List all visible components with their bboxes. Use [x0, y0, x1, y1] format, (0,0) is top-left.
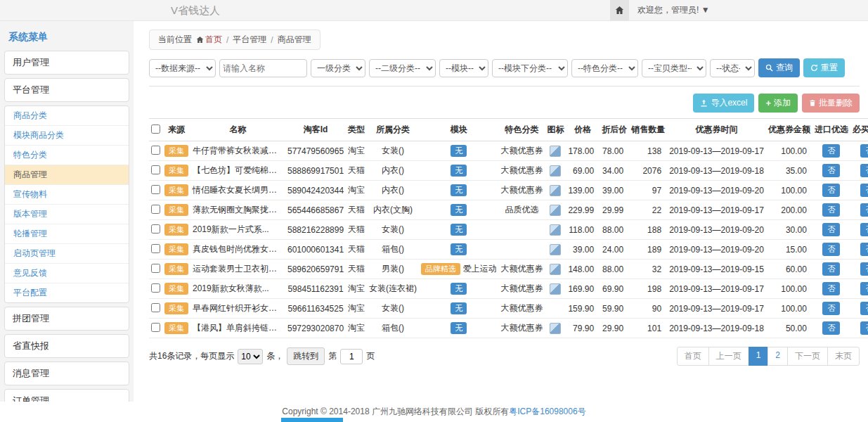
sidebar-item-user-mgmt[interactable]: 用户管理 — [4, 51, 129, 75]
page-button[interactable]: 上一页 — [708, 347, 749, 366]
special-category-filter[interactable]: --特色分类-- — [571, 59, 638, 77]
sidebar-item-platform-mgmt[interactable]: 平台管理 — [4, 78, 129, 102]
page-button[interactable]: 2 — [767, 347, 788, 366]
discount-price: 29.90 — [602, 324, 623, 333]
product-thumbnail — [550, 283, 561, 295]
must-buy-toggle[interactable]: 否 — [860, 262, 868, 276]
import-select-toggle[interactable]: 否 — [822, 302, 840, 315]
product-name: 运动套装男士卫衣初秋... — [193, 264, 284, 274]
user-menu[interactable]: 欢迎您，管理员! ▼ — [637, 4, 710, 16]
row-checkbox[interactable] — [151, 185, 160, 194]
breadcrumb-home-link[interactable]: 首页 — [196, 34, 222, 46]
source-badge: 采集 — [164, 263, 188, 275]
must-buy-toggle[interactable]: 否 — [860, 243, 868, 256]
sidebar-item-version-mgmt[interactable]: 版本管理 — [5, 205, 129, 224]
product-category: 箱包() — [382, 323, 404, 333]
must-buy-toggle[interactable]: 否 — [860, 184, 868, 197]
sidebar-item-splash-mgmt[interactable]: 启动页管理 — [5, 244, 129, 264]
row-checkbox[interactable] — [151, 224, 160, 234]
discount-price: 69.90 — [602, 284, 623, 294]
sidebar-item-express-report[interactable]: 省直快报 — [4, 334, 129, 358]
discount-price: 78.00 — [602, 146, 623, 156]
import-select-toggle[interactable]: 否 — [822, 184, 840, 197]
price: 139.00 — [568, 186, 594, 196]
must-buy-toggle[interactable]: 否 — [860, 203, 868, 217]
source-badge: 采集 — [164, 243, 188, 255]
jump-page-input[interactable] — [340, 349, 363, 364]
upload-icon — [700, 99, 708, 107]
batch-delete-button[interactable]: 批量删除 — [802, 94, 860, 113]
sales-count: 97 — [652, 186, 661, 196]
breadcrumb-prefix: 当前位置 — [158, 34, 192, 46]
breadcrumb-item-platform[interactable]: 平台管理 — [233, 34, 266, 46]
must-buy-toggle[interactable]: 否 — [860, 223, 868, 236]
module-sub-filter[interactable]: --模块下分类-- — [492, 59, 568, 77]
import-select-toggle[interactable]: 否 — [822, 223, 840, 236]
sidebar-item-platform-config[interactable]: 平台配置 — [5, 283, 129, 302]
status-filter[interactable]: --状态-- — [710, 59, 755, 77]
import-excel-button[interactable]: 导入excel — [693, 94, 754, 113]
reset-button[interactable]: 重置 — [803, 58, 845, 77]
must-buy-toggle[interactable]: 否 — [860, 282, 868, 295]
import-select-toggle[interactable]: 否 — [822, 282, 840, 295]
taoke-id: 589620659791 — [287, 264, 344, 274]
must-buy-toggle[interactable]: 否 — [860, 321, 868, 335]
icp-link[interactable]: 粤ICP备16098006号 — [509, 406, 585, 418]
name-search-input[interactable] — [219, 59, 307, 77]
item-type-filter[interactable]: --宝贝类型-- — [642, 59, 706, 77]
add-button[interactable]: + 添加 — [758, 94, 798, 113]
import-select-toggle[interactable]: 否 — [822, 164, 840, 177]
must-buy-toggle[interactable]: 否 — [860, 164, 868, 177]
sidebar-item-feedback[interactable]: 意见反馈 — [5, 264, 129, 283]
row-checkbox[interactable] — [151, 205, 160, 214]
row-checkbox[interactable] — [151, 244, 160, 253]
page-button[interactable]: 下一页 — [787, 347, 828, 366]
row-checkbox[interactable] — [151, 146, 160, 155]
page-button[interactable]: 首页 — [677, 347, 709, 366]
row-checkbox[interactable] — [151, 264, 160, 273]
column-header: 特色分类 — [498, 119, 545, 141]
search-button[interactable]: 查询 — [758, 58, 800, 77]
row-checkbox[interactable] — [151, 303, 160, 312]
sidebar-item-goods-category[interactable]: 商品分类 — [5, 106, 129, 126]
sidebar-item-order-mgmt[interactable]: 订单管理 — [4, 389, 129, 402]
product-type: 天猫 — [348, 244, 365, 254]
data-source-filter[interactable]: --数据来源-- — [149, 59, 216, 77]
breadcrumb: 当前位置 首页 / 平台管理 / 商品管理 — [149, 30, 320, 50]
module-filter[interactable]: --模块-- — [439, 59, 488, 77]
sidebar-item-goods-mgmt[interactable]: 商品管理 — [5, 165, 129, 185]
page-button[interactable]: 1 — [749, 347, 769, 366]
taoke-id: 588869917501 — [287, 166, 344, 176]
row-checkbox[interactable] — [151, 283, 160, 293]
product-thumbnail — [550, 244, 561, 255]
table-row: 采集情侣睡衣女夏长绸男士...589042420344淘宝内衣()无大额优惠券1… — [149, 181, 868, 200]
level2-category-filter[interactable]: --二级分类-- — [369, 59, 436, 77]
import-select-toggle[interactable]: 否 — [822, 144, 840, 158]
row-checkbox[interactable] — [151, 323, 160, 332]
sidebar-item-carousel-mgmt[interactable]: 轮播管理 — [5, 224, 129, 244]
records-summary: 共16条记录，每页显示 10 条， 跳转到 第 页 — [149, 347, 375, 365]
import-select-toggle[interactable]: 否 — [822, 321, 840, 335]
level1-category-filter[interactable]: 一级分类 — [311, 59, 365, 77]
summary-prefix: 共16条记录，每页显示 — [149, 350, 234, 362]
row-checkbox[interactable] — [151, 165, 160, 174]
product-type: 淘宝 — [348, 303, 365, 313]
sidebar-item-message-mgmt[interactable]: 消息管理 — [4, 362, 129, 385]
import-select-toggle[interactable]: 否 — [822, 203, 840, 217]
page-size-select[interactable]: 10 — [238, 349, 263, 364]
sidebar-item-special-category[interactable]: 特色分类 — [5, 146, 129, 165]
import-select-toggle[interactable]: 否 — [822, 262, 840, 276]
import-select-toggle[interactable]: 否 — [822, 243, 840, 256]
select-all-checkbox[interactable] — [151, 124, 160, 134]
price: 178.00 — [568, 146, 594, 156]
home-button[interactable] — [610, 0, 629, 20]
sidebar-item-groupbuy-mgmt[interactable]: 拼团管理 — [4, 307, 129, 331]
sidebar-item-module-goods-category[interactable]: 模块商品分类 — [5, 126, 129, 146]
product-type: 淘宝 — [348, 323, 365, 333]
sidebar-item-promo-materials[interactable]: 宣传物料 — [5, 185, 129, 205]
source-badge: 采集 — [164, 283, 188, 295]
must-buy-toggle[interactable]: 否 — [860, 302, 868, 315]
must-buy-toggle[interactable]: 否 — [860, 144, 868, 158]
page-button[interactable]: 末页 — [827, 347, 860, 366]
jump-button[interactable]: 跳转到 — [287, 347, 325, 365]
